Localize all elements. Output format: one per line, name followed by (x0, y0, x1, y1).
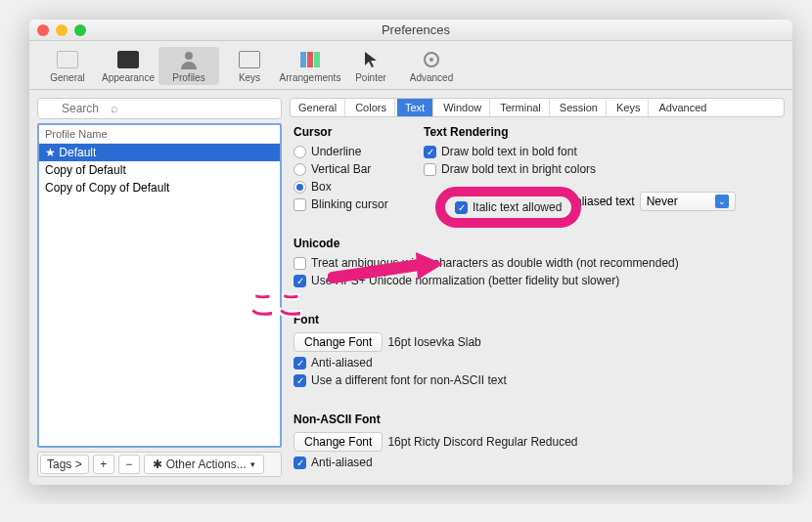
text-rendering-section: Text Rendering Draw bold text in bold fo… (424, 125, 781, 211)
subtab-general[interactable]: General (291, 99, 345, 116)
subtab-session[interactable]: Session (552, 99, 607, 116)
cursor-section: Cursor Underline Vertical Bar Box Blinki… (293, 125, 406, 211)
font-title: Font (293, 313, 781, 326)
nonascii-font-row: Change Font 16pt Ricty Discord Regular R… (293, 432, 781, 452)
bold-font-checkbox[interactable]: Draw bold text in bold font (424, 145, 781, 158)
aliased-select[interactable]: Never ⌄ (640, 192, 736, 211)
cursor-icon (358, 49, 383, 70)
add-profile-button[interactable]: + (93, 455, 114, 474)
preferences-window: Preferences General Appearance Profiles … (29, 20, 792, 485)
text-settings-content: Cursor Underline Vertical Bar Box Blinki… (290, 117, 785, 477)
gear-icon (419, 49, 444, 70)
sidebar: ⌕ Profile Name ★ Default Copy of Default… (37, 98, 282, 477)
settings-pane: General Colors Text Window Terminal Sess… (290, 98, 785, 477)
close-button[interactable] (37, 24, 49, 36)
toolbar-profiles[interactable]: Profiles (158, 47, 219, 85)
profile-row[interactable]: Copy of Default (39, 161, 280, 179)
minimize-button[interactable] (56, 24, 68, 36)
cursor-box-radio[interactable]: Box (293, 180, 406, 194)
anti-aliased-checkbox[interactable]: Anti-aliased (293, 356, 781, 370)
profile-row[interactable]: Copy of Copy of Default (39, 179, 280, 196)
profile-row-default[interactable]: ★ Default (39, 144, 280, 161)
cursor-underline-radio[interactable]: Underline (293, 145, 406, 158)
toolbar-advanced[interactable]: Advanced (401, 47, 462, 85)
tags-button[interactable]: Tags > (40, 455, 89, 474)
unicode-section: Unicode Treat ambiguous-width characters… (293, 237, 781, 287)
subtab-keys[interactable]: Keys (609, 99, 649, 116)
hfs-normalization-checkbox[interactable]: Use HFS+ Unicode normalization (better f… (293, 274, 781, 287)
subtab-advanced[interactable]: Advanced (651, 99, 714, 116)
text-rendering-title: Text Rendering (424, 125, 781, 139)
profile-actions-bar: Tags > + − ✱ Other Actions... ▾ (37, 452, 282, 477)
chevron-down-icon: ▾ (250, 459, 255, 469)
aliased-label: aliased text (575, 195, 635, 208)
blinking-cursor-checkbox[interactable]: Blinking cursor (293, 197, 406, 211)
current-font-label: 16pt Iosevka Slab (387, 335, 480, 349)
different-font-checkbox[interactable]: Use a different font for non-ASCII text (293, 373, 781, 387)
nonascii-anti-aliased-checkbox[interactable]: Anti-aliased (293, 456, 781, 469)
ambiguous-width-checkbox[interactable]: Treat ambiguous-width characters as doub… (293, 256, 781, 270)
remove-profile-button[interactable]: − (118, 455, 140, 474)
zoom-button[interactable] (74, 24, 86, 36)
gear-icon: ✱ (153, 457, 162, 471)
other-actions-button[interactable]: ✱ Other Actions... ▾ (144, 455, 264, 474)
body: ここ ⌕ Profile Name ★ Default Copy of Defa… (29, 90, 792, 485)
toolbar-general[interactable]: General (37, 47, 98, 85)
sub-tabs: General Colors Text Window Terminal Sess… (290, 98, 785, 117)
person-icon (176, 49, 202, 70)
subtab-window[interactable]: Window (435, 99, 490, 116)
change-nonascii-font-button[interactable]: Change Font (293, 432, 383, 452)
traffic-lights (37, 24, 86, 36)
current-nonascii-font-label: 16pt Ricty Discord Regular Reduced (387, 435, 577, 449)
nonascii-font-section: Non-ASCII Font Change Font 16pt Ricty Di… (293, 413, 781, 469)
toolbar-appearance[interactable]: Appearance (98, 47, 158, 85)
monitor-icon (115, 49, 141, 70)
font-section: Font Change Font 16pt Iosevka Slab Anti-… (293, 313, 781, 387)
toolbar-arrangements[interactable]: Arrangements (280, 47, 340, 85)
profile-list[interactable]: Profile Name ★ Default Copy of Default C… (37, 123, 282, 448)
search-input[interactable] (37, 98, 282, 119)
sliders-icon (55, 49, 80, 70)
bright-colors-checkbox[interactable]: Draw bold text in bright colors (424, 162, 781, 176)
svg-point-2 (429, 58, 433, 62)
svg-point-0 (185, 52, 193, 60)
toolbar-keys[interactable]: Keys (219, 47, 280, 85)
chevron-updown-icon: ⌄ (715, 195, 729, 208)
search-wrap: ⌕ (37, 98, 282, 119)
nonascii-title: Non-ASCII Font (293, 413, 781, 426)
font-row: Change Font 16pt Iosevka Slab (293, 332, 781, 352)
window-title: Preferences (86, 22, 745, 37)
cursor-verticalbar-radio[interactable]: Vertical Bar (293, 162, 406, 176)
subtab-terminal[interactable]: Terminal (492, 99, 550, 116)
subtab-text[interactable]: Text (397, 99, 433, 116)
cursor-title: Cursor (293, 125, 406, 139)
toolbar-pointer[interactable]: Pointer (340, 47, 401, 85)
change-font-button[interactable]: Change Font (293, 332, 383, 352)
aliased-text-row: aliased text Never ⌄ (424, 192, 781, 211)
subtab-colors[interactable]: Colors (347, 99, 395, 116)
keyboard-icon (237, 49, 262, 70)
titlebar: Preferences (29, 20, 792, 41)
unicode-title: Unicode (293, 237, 781, 250)
search-icon: ⌕ (111, 101, 118, 115)
profile-list-header: Profile Name (39, 125, 280, 144)
main-toolbar: General Appearance Profiles Keys Arrange… (29, 41, 792, 90)
windows-icon (297, 49, 323, 70)
